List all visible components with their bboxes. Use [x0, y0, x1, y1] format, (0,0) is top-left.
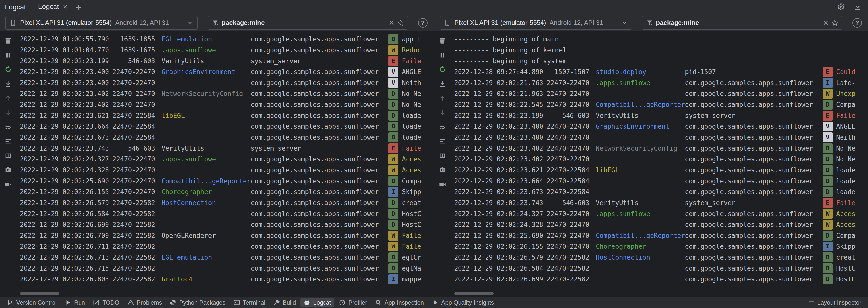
- log-row[interactable]: 2022-12-29 02:02:26.57922470-22582HostCo…: [20, 197, 434, 208]
- log-row[interactable]: --------- beginning of main: [454, 34, 868, 45]
- log-row[interactable]: 2022-12-29 02:02:26.57922470-22582HostCo…: [454, 252, 868, 263]
- statusbar-item-todo[interactable]: TODO: [90, 298, 123, 307]
- log-row[interactable]: 2022-12-29 02:02:23.743546-603VerityUtil…: [454, 197, 868, 208]
- log-row[interactable]: 2022-12-29 02:02:26.80322470-22582Grallo…: [20, 274, 434, 285]
- log-row[interactable]: 2022-12-29 02:02:24.32722470-22470.apps.…: [454, 208, 868, 219]
- horizontal-scrollbar[interactable]: [454, 292, 494, 295]
- format-options-button[interactable]: [3, 136, 13, 146]
- pause-logcat-button[interactable]: [437, 50, 447, 60]
- log-row[interactable]: 2022-12-29 02:02:21.96322470-22470com.go…: [454, 88, 868, 99]
- log-row[interactable]: 2022-12-29 02:02:26.71122470-22582com.go…: [20, 241, 434, 252]
- log-row[interactable]: 2022-12-29 02:02:23.62122470-22584libEGL…: [20, 110, 434, 121]
- device-selector[interactable]: Pixel XL API 31 (emulator-5554) Android …: [440, 16, 632, 29]
- statusbar-item-profiler[interactable]: Profiler: [336, 298, 370, 307]
- log-row[interactable]: 2022-12-29 02:02:23.199546-603VerityUtil…: [20, 56, 434, 66]
- log-row[interactable]: 2022-12-29 02:02:26.58422470-22582com.go…: [454, 263, 868, 274]
- format-options-button[interactable]: [437, 136, 447, 146]
- clear-logcat-button[interactable]: [3, 36, 13, 46]
- log-row[interactable]: 2022-12-29 02:02:23.40222470-22470com.go…: [454, 154, 868, 165]
- restart-logcat-button[interactable]: [437, 64, 447, 75]
- log-row[interactable]: 2022-12-29 02:02:26.69922470-22582com.go…: [454, 274, 868, 285]
- log-row[interactable]: --------- beginning of kernel: [454, 45, 868, 56]
- log-row[interactable]: 2022-12-29 02:02:23.62122470-22584libEGL…: [454, 165, 868, 175]
- filter-input[interactable]: package:mine ×: [642, 16, 842, 29]
- log-row[interactable]: 2022-12-29 02:02:22.54522470-22470Compat…: [454, 99, 868, 110]
- log-row[interactable]: 2022-12-29 02:02:21.76322470-22470.apps.…: [454, 77, 868, 88]
- log-row[interactable]: 2022-12-29 02:02:23.67322470-22584com.go…: [20, 132, 434, 143]
- soft-wrap-button[interactable]: [3, 122, 13, 132]
- favorite-star-icon[interactable]: [397, 19, 404, 26]
- log-row[interactable]: 2022-12-29 02:02:26.58422470-22582com.go…: [20, 208, 434, 219]
- record-screen-button[interactable]: [3, 179, 13, 190]
- new-tab-button[interactable]: +: [75, 2, 81, 12]
- log-row[interactable]: 2022-12-29 02:02:23.40222470-22470Networ…: [20, 88, 434, 99]
- help-icon[interactable]: ?: [418, 18, 428, 28]
- log-row[interactable]: 2022-12-29 02:02:23.40022470-22470com.go…: [20, 77, 434, 88]
- log-row[interactable]: 2022-12-28 09:27:44.8901507-1507studio.d…: [454, 66, 868, 77]
- log-row[interactable]: 2022-12-29 02:02:24.32822470-22470com.go…: [20, 165, 434, 175]
- log-row[interactable]: --------- beginning of system: [454, 56, 868, 66]
- filter-funnel-icon[interactable]: [212, 19, 219, 26]
- log-row[interactable]: 2022-12-29 02:02:26.15522470-22470Choreo…: [454, 241, 868, 252]
- previous-occurrence-button[interactable]: [3, 93, 13, 103]
- statusbar-item-version-control[interactable]: Version Control: [3, 298, 60, 307]
- log-row[interactable]: 2022-12-29 02:02:26.71322470-22582EGL_em…: [20, 252, 434, 263]
- statusbar-item-app-inspection[interactable]: App Inspection: [372, 298, 427, 307]
- restart-logcat-button[interactable]: [3, 64, 13, 75]
- statusbar-item-python-packages[interactable]: Python Packages: [166, 298, 229, 307]
- next-occurrence-button[interactable]: [3, 108, 13, 117]
- log-row[interactable]: 2022-12-29 02:02:23.40022470-22470com.go…: [454, 132, 868, 143]
- log-row[interactable]: 2022-12-29 02:02:23.67322470-22584com.go…: [454, 187, 868, 197]
- log-row[interactable]: 2022-12-29 02:02:26.69922470-22582com.go…: [20, 219, 434, 230]
- tab-logcat[interactable]: Logcat ×: [34, 0, 71, 15]
- statusbar-item-app-quality-insights[interactable]: App Quality Insights: [429, 298, 497, 307]
- log-row[interactable]: 2022-12-29 02:02:23.40222470-22470Networ…: [454, 143, 868, 154]
- favorite-star-icon[interactable]: [831, 19, 838, 26]
- filter-funnel-icon[interactable]: [646, 19, 653, 26]
- statusbar-item-run[interactable]: Run: [61, 298, 88, 307]
- log-row[interactable]: 2022-12-29 02:02:26.71522470-22582com.go…: [20, 263, 434, 274]
- log-row[interactable]: 2022-12-29 02:02:23.40222470-22470com.go…: [20, 99, 434, 110]
- log-row[interactable]: 2022-12-29 01:00:55.7901639-1855EGL_emul…: [20, 34, 434, 45]
- log-row[interactable]: 2022-12-29 02:02:23.66422470-22584com.go…: [20, 121, 434, 132]
- log-row[interactable]: 2022-12-29 02:02:23.40022470-22470Graphi…: [454, 121, 868, 132]
- take-screenshot-button[interactable]: [3, 165, 13, 175]
- log-row[interactable]: 2022-12-29 02:02:23.40022470-22470Graphi…: [20, 66, 434, 77]
- hide-icon[interactable]: [854, 3, 862, 11]
- scroll-to-end-button[interactable]: [437, 79, 447, 89]
- log-row[interactable]: 2022-12-29 02:02:23.199546-603VerityUtil…: [454, 110, 868, 121]
- log-row[interactable]: 2022-12-29 02:02:24.32822470-22470com.go…: [454, 219, 868, 230]
- statusbar-item-build[interactable]: Build: [270, 298, 299, 307]
- statusbar-item-layout-inspector[interactable]: Layout Inspector: [805, 298, 865, 307]
- filter-input[interactable]: package:mine ×: [208, 16, 408, 29]
- previous-occurrence-button[interactable]: [437, 93, 447, 103]
- filter-value[interactable]: package:mine: [656, 19, 699, 27]
- log-row[interactable]: 2022-12-29 01:01:04.7701639-1675.apps.su…: [20, 45, 434, 56]
- clear-filter-icon[interactable]: ×: [823, 18, 828, 27]
- split-panels-button[interactable]: [3, 151, 13, 161]
- log-row[interactable]: 2022-12-29 02:02:23.66422470-22584com.go…: [454, 175, 868, 187]
- log-row[interactable]: 2022-12-29 02:02:26.70922470-22582OpenGL…: [20, 230, 434, 241]
- horizontal-scrollbar[interactable]: [20, 292, 59, 295]
- soft-wrap-button[interactable]: [437, 122, 447, 132]
- log-row[interactable]: 2022-12-29 02:02:24.32722470-22470.apps.…: [20, 154, 434, 165]
- split-panels-button[interactable]: [437, 151, 447, 161]
- record-screen-button[interactable]: [437, 179, 447, 190]
- settings-icon[interactable]: [837, 3, 845, 11]
- statusbar-item-terminal[interactable]: Terminal: [230, 298, 269, 307]
- statusbar-item-logcat[interactable]: Logcat: [301, 298, 334, 307]
- pause-logcat-button[interactable]: [3, 50, 13, 60]
- log-row[interactable]: 2022-12-29 02:02:25.69022470-22470Compat…: [454, 230, 868, 241]
- clear-filter-icon[interactable]: ×: [389, 18, 394, 27]
- log-row[interactable]: 2022-12-29 02:02:26.15522470-22470Choreo…: [20, 187, 434, 197]
- filter-value[interactable]: package:mine: [222, 19, 265, 27]
- log-row[interactable]: 2022-12-29 02:02:25.69022470-22470Compat…: [20, 175, 434, 187]
- close-tab-icon[interactable]: ×: [63, 3, 68, 11]
- next-occurrence-button[interactable]: [437, 108, 447, 117]
- take-screenshot-button[interactable]: [437, 165, 447, 175]
- statusbar-item-problems[interactable]: Problems: [124, 298, 165, 307]
- clear-logcat-button[interactable]: [437, 36, 447, 46]
- log-row[interactable]: 2022-12-29 02:02:23.743546-603VerityUtil…: [20, 143, 434, 154]
- scroll-to-end-button[interactable]: [3, 79, 13, 89]
- help-icon[interactable]: ?: [852, 18, 862, 28]
